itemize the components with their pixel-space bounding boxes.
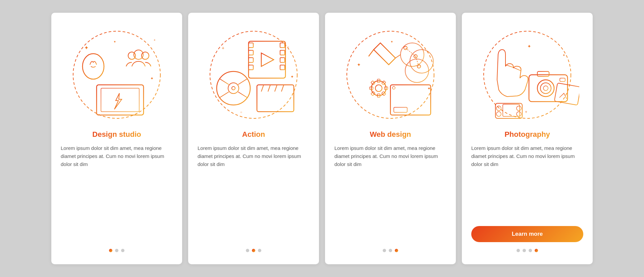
svg-rect-71 <box>394 107 407 112</box>
svg-text:○: ○ <box>287 45 289 49</box>
dot-1[interactable] <box>246 249 249 252</box>
dot-2[interactable] <box>389 249 392 252</box>
svg-rect-61 <box>371 81 375 85</box>
web-design-title: Web design <box>370 130 411 139</box>
card-action: + ○ ✦ ○ Action Lorem ipsum dolor sit dim… <box>188 13 319 264</box>
svg-rect-19 <box>249 58 253 62</box>
svg-rect-8 <box>97 85 144 115</box>
web-design-illustration: ✦ ✦ ✦ <box>338 23 442 127</box>
dot-3[interactable] <box>258 249 261 252</box>
svg-rect-63 <box>371 92 375 96</box>
svg-rect-10 <box>101 88 139 112</box>
photography-illustration: ✦ ✦ + <box>475 23 579 127</box>
svg-point-28 <box>232 87 235 90</box>
svg-rect-17 <box>249 43 253 48</box>
dot-2[interactable] <box>523 249 526 252</box>
svg-point-0 <box>73 31 160 118</box>
cards-container: ✦ ✦ ✦ + Design studio Lorem ipsum dolor … <box>41 3 603 274</box>
svg-line-77 <box>513 67 521 71</box>
action-dots <box>246 249 261 252</box>
svg-rect-18 <box>249 50 253 55</box>
svg-text:✦: ✦ <box>357 62 361 67</box>
dot-4[interactable] <box>535 249 538 252</box>
svg-text:○: ○ <box>240 110 242 114</box>
svg-point-87 <box>496 112 501 116</box>
svg-rect-83 <box>560 78 565 81</box>
svg-rect-24 <box>280 65 285 70</box>
svg-point-81 <box>540 83 551 94</box>
svg-text:+: + <box>525 110 527 114</box>
svg-point-55 <box>371 81 386 96</box>
dot-1[interactable] <box>109 249 112 252</box>
svg-marker-25 <box>261 53 274 66</box>
svg-text:✦: ✦ <box>290 74 294 79</box>
svg-line-31 <box>238 92 247 98</box>
design-studio-dots <box>109 249 124 252</box>
dot-1[interactable] <box>383 249 386 252</box>
svg-rect-22 <box>280 50 285 55</box>
svg-point-80 <box>537 80 554 97</box>
svg-point-56 <box>375 85 382 92</box>
dot-1[interactable] <box>517 249 520 252</box>
svg-line-33 <box>220 92 229 98</box>
svg-point-86 <box>496 106 501 111</box>
svg-rect-90 <box>503 104 520 116</box>
svg-line-40 <box>281 85 284 92</box>
svg-text:✦: ✦ <box>84 45 89 51</box>
design-studio-title: Design studio <box>92 130 141 139</box>
svg-line-34 <box>220 79 229 85</box>
svg-text:✦: ✦ <box>390 40 393 44</box>
dot-2[interactable] <box>252 249 255 252</box>
svg-text:✦: ✦ <box>527 44 531 49</box>
svg-rect-84 <box>554 83 579 105</box>
svg-point-54 <box>405 59 429 82</box>
photography-text: Lorem ipsum dolor sit dim amet, mea regi… <box>471 144 583 221</box>
svg-line-76 <box>505 65 513 67</box>
svg-point-89 <box>517 112 521 116</box>
dot-2[interactable] <box>115 249 118 252</box>
svg-point-82 <box>543 86 548 91</box>
svg-point-67 <box>392 87 395 89</box>
dot-3[interactable] <box>529 249 532 252</box>
svg-line-30 <box>238 79 247 85</box>
svg-text:✦: ✦ <box>427 86 431 91</box>
svg-text:✦: ✦ <box>562 53 565 57</box>
web-design-dots <box>383 249 398 252</box>
svg-rect-79 <box>537 71 549 76</box>
action-illustration: + ○ ✦ ○ <box>202 23 306 127</box>
action-text: Lorem ipsum dolor sit dim amet, mea regi… <box>198 144 310 242</box>
svg-rect-23 <box>280 58 285 62</box>
card-design-studio: ✦ ✦ ✦ + Design studio Lorem ipsum dolor … <box>51 13 182 264</box>
svg-point-1 <box>83 54 104 79</box>
svg-text:✦: ✦ <box>150 76 154 81</box>
svg-line-38 <box>268 85 270 92</box>
design-studio-illustration: ✦ ✦ ✦ + <box>65 23 169 127</box>
card-photography: ✦ ✦ + Photography Lorem ipsum dolor sit … <box>462 13 593 264</box>
photography-dots <box>517 249 538 252</box>
svg-line-46 <box>369 50 374 56</box>
svg-line-37 <box>261 85 264 92</box>
svg-rect-21 <box>280 43 285 48</box>
dot-3[interactable] <box>121 249 124 252</box>
web-design-text: Lorem ipsum dolor sit dim amet, mea regi… <box>334 144 446 242</box>
svg-rect-20 <box>249 65 253 70</box>
svg-point-27 <box>228 83 239 94</box>
design-studio-text: Lorem ipsum dolor sit dim amet, mea regi… <box>61 144 173 242</box>
card-web-design: ✦ ✦ ✦ Web design Lorem ipsum dolor sit d… <box>325 13 456 264</box>
action-title: Action <box>242 130 265 139</box>
svg-point-7 <box>142 52 149 59</box>
svg-line-39 <box>275 85 277 92</box>
photography-title: Photography <box>504 130 550 139</box>
svg-point-6 <box>128 52 136 59</box>
svg-text:✦: ✦ <box>113 40 116 44</box>
dot-3[interactable] <box>395 249 398 252</box>
svg-text:+: + <box>222 45 224 51</box>
learn-more-button[interactable]: Learn more <box>471 226 583 242</box>
svg-text:+: + <box>154 38 156 42</box>
svg-rect-65 <box>390 85 431 115</box>
svg-point-88 <box>517 106 521 111</box>
